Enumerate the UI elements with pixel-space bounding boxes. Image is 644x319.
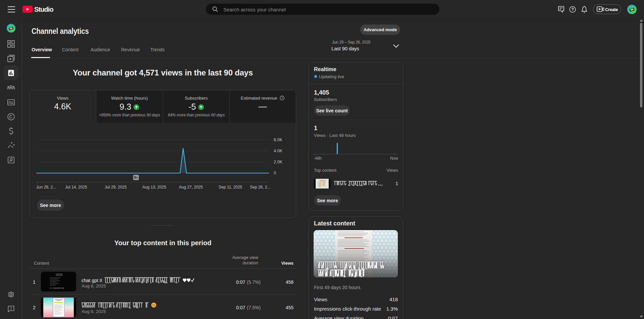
- svg-text:?: ?: [571, 7, 574, 12]
